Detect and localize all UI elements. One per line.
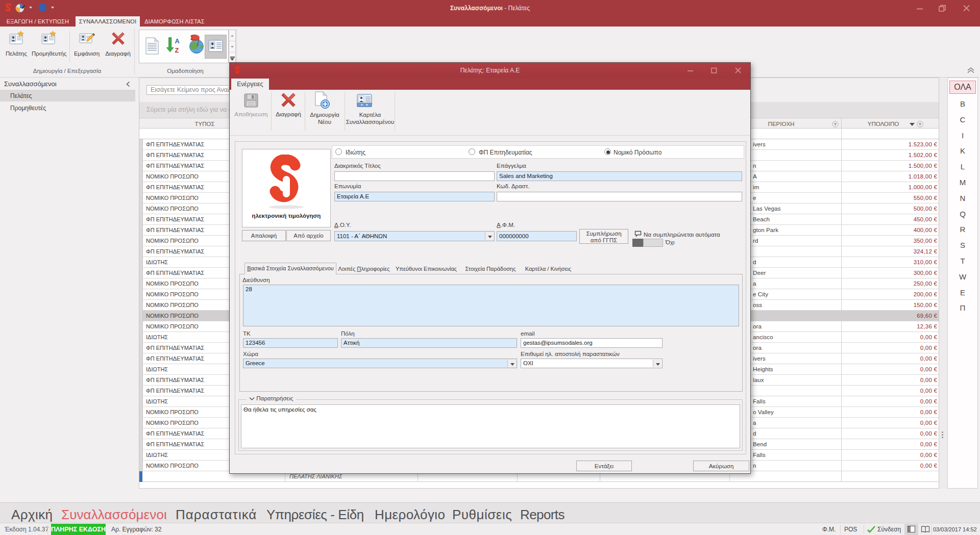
svg-text:A: A [175, 37, 180, 45]
svg-text:Z: Z [175, 46, 179, 54]
